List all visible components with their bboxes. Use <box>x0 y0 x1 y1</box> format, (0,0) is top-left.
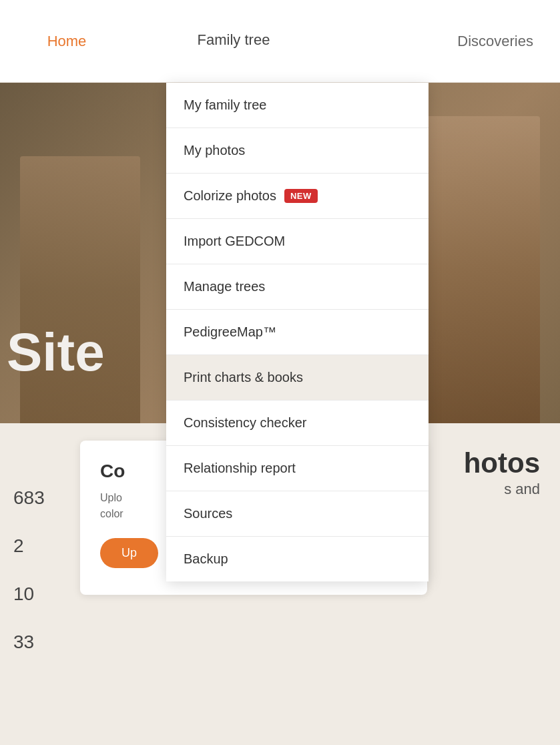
and-text: s and <box>504 481 540 498</box>
dropdown-item-import-gedcom[interactable]: Import GEDCOM <box>166 219 429 264</box>
dropdown-item-colorize-photos[interactable]: Colorize photosNEW <box>166 174 429 219</box>
nav-family-tree[interactable]: Family tree <box>133 0 334 82</box>
nav-family-tree-label: Family tree <box>198 31 270 49</box>
dropdown-item-label-my-family-tree: My family tree <box>184 97 266 113</box>
hotos-text: hotos <box>464 447 540 479</box>
dropdown-item-pedigreemap[interactable]: PedigreeMap™ <box>166 310 429 355</box>
dropdown-item-label-consistency-checker: Consistency checker <box>184 415 307 431</box>
dropdown-item-label-import-gedcom: Import GEDCOM <box>184 234 285 249</box>
dropdown-menu: My family treeMy photosColorize photosNE… <box>166 83 429 581</box>
upload-button[interactable]: Up <box>100 538 158 568</box>
dropdown-item-my-photos[interactable]: My photos <box>166 128 429 174</box>
nav-discoveries-label: Discoveries <box>457 33 533 50</box>
dropdown-item-consistency-checker[interactable]: Consistency checker <box>166 401 429 446</box>
dropdown-item-relationship-report[interactable]: Relationship report <box>166 446 429 491</box>
dropdown-item-label-manage-trees: Manage trees <box>184 279 265 294</box>
left-numbers: 683 2 10 33 <box>13 487 45 653</box>
nav-discoveries[interactable]: Discoveries <box>431 0 560 82</box>
dropdown-item-label-my-photos: My photos <box>184 143 245 158</box>
dropdown-item-label-sources: Sources <box>184 506 232 521</box>
nav-home[interactable]: Home <box>0 0 133 82</box>
site-text: Site <box>7 322 105 383</box>
upload-text-line2: color <box>100 508 123 519</box>
new-badge-colorize-photos: NEW <box>284 189 318 203</box>
dropdown-item-manage-trees[interactable]: Manage trees <box>166 264 429 310</box>
dropdown-item-print-charts-books[interactable]: Print charts & books <box>166 355 429 401</box>
nav-bar: Home Family tree Discoveries <box>0 0 560 83</box>
upload-text-line1: Uplo <box>100 492 122 503</box>
dropdown-item-label-colorize-photos: Colorize photos <box>184 188 276 204</box>
stat-683: 683 <box>13 487 45 509</box>
dropdown-item-label-backup: Backup <box>184 551 228 567</box>
stat-2: 2 <box>13 535 45 557</box>
dropdown-item-sources[interactable]: Sources <box>166 491 429 537</box>
photo-figure-left <box>20 156 140 423</box>
dropdown-item-label-print-charts-books: Print charts & books <box>184 370 303 385</box>
stat-33: 33 <box>13 632 45 653</box>
stat-10: 10 <box>13 583 45 605</box>
dropdown-item-label-relationship-report: Relationship report <box>184 461 296 476</box>
dropdown-item-backup[interactable]: Backup <box>166 537 429 581</box>
nav-home-label: Home <box>47 33 87 50</box>
dropdown-item-label-pedigreemap: PedigreeMap™ <box>184 324 276 340</box>
dropdown-item-my-family-tree[interactable]: My family tree <box>166 83 429 128</box>
